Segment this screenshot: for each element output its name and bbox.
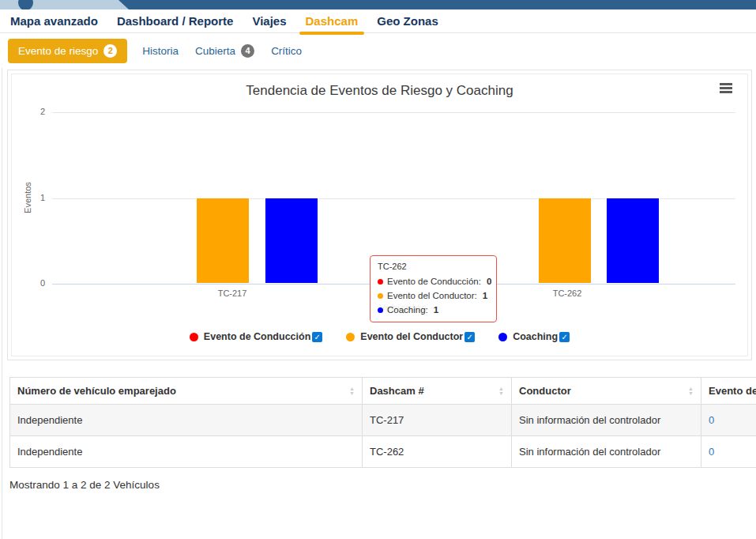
tooltip-label: Evento de Conducción: bbox=[387, 277, 481, 286]
gridline-y2 bbox=[52, 112, 735, 113]
cell-vehiculo: Independiente bbox=[10, 436, 363, 468]
series-dot bbox=[378, 293, 383, 299]
x-tick-label: TC-262 bbox=[553, 288, 582, 298]
tab-label: Evento de riesgo bbox=[18, 45, 98, 57]
bar-TC-217-Coaching[interactable] bbox=[265, 198, 318, 284]
col-label: Número de vehículo emparejado bbox=[17, 385, 176, 397]
risk-trend-chart: Tendencia de Eventos de Riesgo y Coachin… bbox=[11, 74, 748, 356]
main-nav: Mapa avanzado Dashboard / Reporte Viajes… bbox=[0, 9, 756, 33]
legend-label: Coaching bbox=[513, 331, 558, 342]
nav-item-geo-zonas[interactable]: Geo Zonas bbox=[373, 12, 442, 30]
table-summary: Mostrando 1 a 2 de 2 Vehículos bbox=[9, 479, 756, 491]
chart-menu-icon[interactable] bbox=[720, 83, 732, 95]
tab-cubierta[interactable]: Cubierta 4 bbox=[194, 40, 256, 62]
col-label: Conductor bbox=[519, 385, 571, 397]
cell-conductor: Sin información del controlador bbox=[512, 405, 701, 436]
legend-checkbox[interactable]: ✓ bbox=[312, 332, 322, 342]
y-tick-label: 0 bbox=[23, 278, 45, 288]
legend-dot bbox=[498, 333, 507, 341]
sort-icon[interactable]: ▲▼ bbox=[688, 386, 694, 396]
legend-checkbox[interactable]: ✓ bbox=[465, 332, 475, 342]
cell-evento-link[interactable]: 0 bbox=[701, 436, 756, 468]
tab-label: Cubierta bbox=[195, 45, 235, 57]
cell-vehiculo: Independiente bbox=[10, 405, 363, 436]
col-header-evento[interactable]: Evento de bbox=[701, 378, 756, 405]
vehicles-table: Número de vehículo emparejado ▲▼ Dashcam… bbox=[9, 377, 756, 468]
tab-historia[interactable]: Historia bbox=[141, 40, 180, 62]
col-header-conductor[interactable]: Conductor ▲▼ bbox=[512, 378, 701, 405]
chart-title: Tendencia de Eventos de Riesgo y Coachin… bbox=[12, 83, 747, 99]
tab-evento-de-riesgo[interactable]: Evento de riesgo 2 bbox=[8, 39, 127, 63]
tab-label: Historia bbox=[142, 45, 179, 57]
series-dot bbox=[378, 279, 383, 285]
legend-item-coaching[interactable]: Coaching ✓ bbox=[498, 331, 570, 342]
count-badge: 2 bbox=[103, 44, 117, 58]
tab-critico[interactable]: Crítico bbox=[269, 40, 303, 62]
legend-item-evento-del-conductor[interactable]: Evento del Conductor ✓ bbox=[346, 331, 475, 342]
table-row: Independiente TC-217 Sin información del… bbox=[10, 405, 756, 436]
tooltip-value: 1 bbox=[434, 305, 438, 315]
sort-icon[interactable]: ▲▼ bbox=[349, 386, 355, 396]
chart-legend: Evento de Conducción ✓ Evento del Conduc… bbox=[12, 331, 747, 342]
sort-icon[interactable]: ▲▼ bbox=[498, 386, 504, 396]
y-tick-label: 2 bbox=[23, 107, 45, 116]
vehicles-table-wrap: Número de vehículo emparejado ▲▼ Dashcam… bbox=[9, 377, 756, 468]
tooltip-row: Evento del Conductor: 1 bbox=[378, 288, 489, 303]
table-row: Independiente TC-262 Sin información del… bbox=[10, 436, 756, 468]
sub-tabs: Evento de riesgo 2 Historia Cubierta 4 C… bbox=[0, 33, 756, 68]
nav-item-dashcam[interactable]: Dashcam bbox=[302, 12, 363, 30]
tooltip-label: Evento del Conductor: bbox=[387, 291, 477, 300]
legend-label: Evento de Conducción bbox=[204, 331, 310, 342]
col-label: Dashcam # bbox=[370, 385, 424, 397]
bar-TC-217-Evento del Conductor[interactable] bbox=[196, 198, 250, 284]
tooltip-label: Coaching: bbox=[387, 305, 428, 315]
cell-dashcam: TC-262 bbox=[363, 436, 512, 468]
top-bar bbox=[0, 0, 756, 9]
content-area: Tendencia de Eventos de Riesgo y Coachin… bbox=[2, 68, 756, 539]
table-header-row: Número de vehículo emparejado ▲▼ Dashcam… bbox=[10, 378, 756, 405]
tooltip-row: Evento de Conducción: 0 bbox=[378, 274, 489, 288]
y-tick-label: 1 bbox=[23, 193, 45, 202]
chart-tooltip: TC-262 Evento de Conducción: 0 Evento de… bbox=[370, 255, 497, 322]
legend-dot bbox=[190, 333, 198, 341]
col-label: Evento de bbox=[709, 385, 756, 397]
tab-label: Crítico bbox=[271, 45, 302, 57]
chart-panel: Tendencia de Eventos de Riesgo y Coachin… bbox=[7, 70, 752, 360]
tooltip-value: 0 bbox=[487, 277, 491, 286]
legend-checkbox[interactable]: ✓ bbox=[559, 332, 570, 342]
x-tick-label: TC-217 bbox=[218, 288, 247, 298]
col-header-numero-vehiculo[interactable]: Número de vehículo emparejado ▲▼ bbox=[10, 378, 363, 405]
legend-label: Evento del Conductor bbox=[360, 331, 463, 342]
col-header-dashcam[interactable]: Dashcam # ▲▼ bbox=[363, 378, 512, 405]
nav-item-dashboard-reporte[interactable]: Dashboard / Reporte bbox=[113, 12, 238, 30]
nav-item-mapa-avanzado[interactable]: Mapa avanzado bbox=[6, 12, 102, 30]
legend-item-evento-de-conduccion[interactable]: Evento de Conducción ✓ bbox=[190, 331, 322, 342]
series-dot bbox=[378, 307, 383, 313]
legend-dot bbox=[346, 333, 355, 341]
nav-item-viajes[interactable]: Viajes bbox=[248, 12, 290, 30]
cell-conductor: Sin información del controlador bbox=[512, 436, 701, 468]
cell-evento-link[interactable]: 0 bbox=[701, 405, 756, 436]
bar-TC-262-Evento del Conductor[interactable] bbox=[538, 198, 592, 284]
cell-dashcam: TC-217 bbox=[363, 405, 512, 436]
bar-TC-262-Coaching[interactable] bbox=[606, 198, 660, 284]
count-badge: 4 bbox=[241, 44, 254, 58]
brand-logo-icon bbox=[18, 0, 33, 9]
tooltip-value: 1 bbox=[483, 291, 487, 300]
tooltip-row: Coaching: 1 bbox=[378, 303, 489, 317]
tooltip-category: TC-262 bbox=[378, 262, 489, 271]
